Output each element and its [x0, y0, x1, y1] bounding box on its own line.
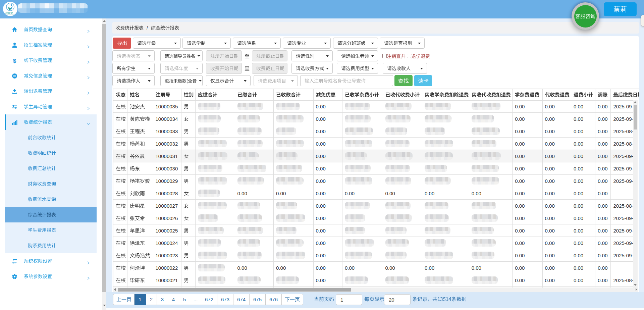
svg-text:$: $ — [13, 58, 16, 63]
